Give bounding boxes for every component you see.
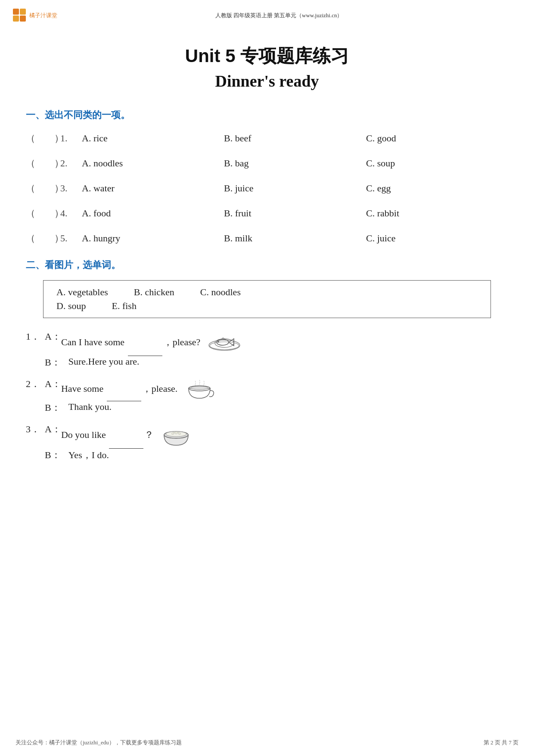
q5-paren: （ ） <box>26 232 60 245</box>
q3-a: A. water <box>82 183 224 194</box>
dialogue3-a-speaker: A： <box>45 423 61 436</box>
title-area: Unit 5 专项题库练习 Dinner's ready <box>0 27 534 101</box>
svg-point-15 <box>178 433 180 435</box>
dialogue1-b-speaker: B： <box>45 356 61 369</box>
dialogue2-num: 2． <box>26 378 45 390</box>
table-row: （ ） 3. A. water B. juice C. egg <box>26 176 508 201</box>
title-sub: Dinner's ready <box>0 72 534 91</box>
dialogue2-a-speaker: A： <box>45 378 61 390</box>
title-main: Unit 5 专项题库练习 <box>0 44 534 68</box>
dialogue3-b-speaker: B： <box>45 449 61 462</box>
dialogue1-a-row: 1． A： Can I have some ，please? <box>26 330 508 356</box>
word-bank-row2: D. soup E. fish <box>56 300 478 312</box>
q3-paren: （ ） <box>26 182 60 195</box>
svg-rect-1 <box>20 9 26 15</box>
dialogue2-a-text: Have some ，please. <box>61 378 508 401</box>
table-row: （ ） 1. A. rice B. beef C. good <box>26 126 508 151</box>
header-subtitle: 人教版 四年级英语上册 第五单元（www.juzizhi.cn） <box>65 12 493 19</box>
dialogue-block: 1． A： Can I have some ，please? <box>0 327 534 462</box>
q5-c: C. juice <box>366 233 508 244</box>
q1-paren: （ ） <box>26 132 60 145</box>
page-footer: 关注公众号：橘子汁课堂（juzizhi_edu），下载更多专项题库练习题 第 2… <box>0 739 534 747</box>
word-a: A. vegetables <box>56 287 108 298</box>
q5-num: 5. <box>60 233 82 244</box>
svg-point-17 <box>177 431 179 433</box>
dialogue3-b-row: B： Yes，I do. <box>26 449 508 462</box>
q1-b: B. beef <box>224 133 366 144</box>
soup-illustration <box>184 378 214 401</box>
section1-label: 一、选出不同类的一项。 <box>0 101 534 126</box>
blank2 <box>107 401 141 401</box>
dialogue1-a-speaker: A： <box>45 330 61 343</box>
q2-paren: （ ） <box>26 157 60 170</box>
table-row: （ ） 4. A. food B. fruit C. rabbit <box>26 201 508 226</box>
section1-questions: （ ） 1. A. rice B. beef C. good （ ） 2. A.… <box>0 126 534 251</box>
word-b: B. chicken <box>134 287 174 298</box>
q2-c: C. soup <box>366 158 508 169</box>
q5-a: A. hungry <box>82 233 224 244</box>
svg-point-16 <box>174 431 175 433</box>
dialogue1-a-text: Can I have some ，please? <box>61 330 508 356</box>
page-header: 橘子汁课堂 人教版 四年级英语上册 第五单元（www.juzizhi.cn） <box>0 0 534 27</box>
dialogue1-b-text: Sure.Here you are. <box>68 356 508 367</box>
q4-paren: （ ） <box>26 207 60 220</box>
word-c: C. noodles <box>200 287 241 298</box>
word-bank-box: A. vegetables B. chicken C. noodles D. s… <box>43 280 491 318</box>
section2-label: 二、看图片，选单词。 <box>0 251 534 276</box>
word-e: E. fish <box>112 300 136 312</box>
fish-illustration <box>207 330 242 356</box>
dialogue-item-3: 3． A： Do you like ？ <box>26 423 508 462</box>
blank1 <box>128 356 162 356</box>
dialogue2-b-row: B： Thank you. <box>26 401 508 414</box>
q2-a: A. noodles <box>82 158 224 169</box>
q3-num: 3. <box>60 183 82 194</box>
dialogue3-a-text: Do you like ？ <box>61 423 508 449</box>
dialogue3-a-row: 3． A： Do you like ？ <box>26 423 508 449</box>
q5-b: B. milk <box>224 233 366 244</box>
svg-point-10 <box>191 386 208 390</box>
q1-a: A. rice <box>82 133 224 144</box>
svg-rect-0 <box>13 9 19 15</box>
q4-num: 4. <box>60 208 82 219</box>
table-row: （ ） 2. A. noodles B. bag C. soup <box>26 151 508 176</box>
q1-num: 1. <box>60 133 82 144</box>
q1-c: C. good <box>366 133 508 144</box>
logo-icon <box>12 8 28 23</box>
logo-block: 橘子汁课堂 <box>12 8 57 23</box>
q4-b: B. fruit <box>224 208 366 219</box>
q2-b: B. bag <box>224 158 366 169</box>
footer-left: 关注公众号：橘子汁课堂（juzizhi_edu），下载更多专项题库练习题 <box>16 739 182 747</box>
dialogue2-b-speaker: B： <box>45 401 61 414</box>
word-d: D. soup <box>56 300 86 312</box>
rice-bowl-illustration <box>161 423 192 449</box>
q3-b: B. juice <box>224 183 366 194</box>
blank3 <box>109 448 143 449</box>
dialogue3-b-text: Yes，I do. <box>68 449 508 462</box>
footer-right: 第 2 页 共 7 页 <box>484 739 518 747</box>
dialogue-item-2: 2． A： Have some ，please. <box>26 378 508 414</box>
dialogue3-num: 3． <box>26 423 45 436</box>
q3-c: C. egg <box>366 183 508 194</box>
svg-point-8 <box>210 342 239 350</box>
svg-rect-3 <box>20 16 26 22</box>
dialogue1-num: 1． <box>26 330 45 343</box>
dialogue2-a-row: 2． A： Have some ，please. <box>26 378 508 401</box>
dialogue2-b-text: Thank you. <box>68 401 508 412</box>
q2-num: 2. <box>60 158 82 169</box>
svg-point-13 <box>171 433 174 435</box>
table-row: （ ） 5. A. hungry B. milk C. juice <box>26 226 508 251</box>
word-bank-row1: A. vegetables B. chicken C. noodles <box>56 287 478 298</box>
logo-text: 橘子汁课堂 <box>29 12 57 19</box>
dialogue-item-1: 1． A： Can I have some ，please? <box>26 330 508 369</box>
svg-rect-2 <box>13 16 19 22</box>
q4-a: A. food <box>82 208 224 219</box>
q4-c: C. rabbit <box>366 208 508 219</box>
dialogue1-b-row: B： Sure.Here you are. <box>26 356 508 369</box>
